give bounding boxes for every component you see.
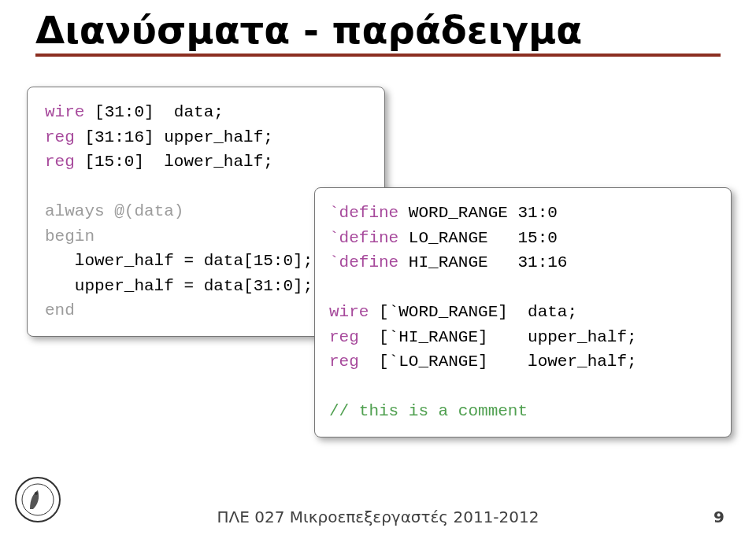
- code1-kw-wire: wire: [45, 103, 84, 121]
- code1-always: always: [45, 202, 105, 220]
- code2-wire: wire: [329, 303, 369, 321]
- code2-def2: `define: [329, 229, 398, 247]
- code2-l6: [`LO_RANGE] lower_half;: [359, 353, 637, 371]
- code2-def3: `define: [329, 253, 398, 271]
- logo-icon: [14, 476, 61, 523]
- code2-l2: LO_RANGE 15:0: [398, 229, 558, 247]
- code2-l3: HI_RANGE 31:16: [398, 253, 567, 271]
- code1-begin: begin: [45, 227, 94, 246]
- code2-comment: // this is a comment: [329, 402, 528, 420]
- code1-kw-reg2: reg: [45, 153, 75, 171]
- code1-l3: [15:0] lower_half;: [75, 153, 273, 171]
- code2-l1: WORD_RANGE 31:0: [398, 204, 558, 222]
- svg-point-2: [35, 492, 38, 495]
- code1-kw-reg1: reg: [45, 128, 75, 146]
- footer-text: ΠΛΕ 027 Μικροεπεξεργαστές 2011-2012: [0, 508, 756, 526]
- code1-l4: @(data): [105, 202, 184, 220]
- code1-l1: [31:0] data;: [84, 103, 223, 121]
- code2-l5: [`HI_RANGE] upper_half;: [359, 328, 637, 346]
- code-box-2: `define WORD_RANGE 31:0 `define LO_RANGE…: [314, 187, 732, 437]
- page-title: Διανύσματα - παράδειγμα: [35, 0, 721, 54]
- code2-reg1: reg: [329, 328, 359, 346]
- code2-reg2: reg: [329, 353, 359, 371]
- footer: ΠΛΕ 027 Μικροεπεξεργαστές 2011-2012 9: [0, 508, 756, 526]
- code1-l2: [31:16] upper_half;: [75, 128, 273, 146]
- code1-l6: lower_half = data[15:0];: [45, 252, 313, 270]
- code2-def1: `define: [329, 204, 398, 222]
- code1-l7: upper_half = data[31:0];: [45, 277, 313, 295]
- page-number: 9: [713, 508, 724, 526]
- code1-end: end: [45, 301, 75, 319]
- code2-l4: [`WORD_RANGE] data;: [369, 303, 577, 321]
- content-area: wire [31:0] data; reg [31:16] upper_half…: [0, 57, 756, 466]
